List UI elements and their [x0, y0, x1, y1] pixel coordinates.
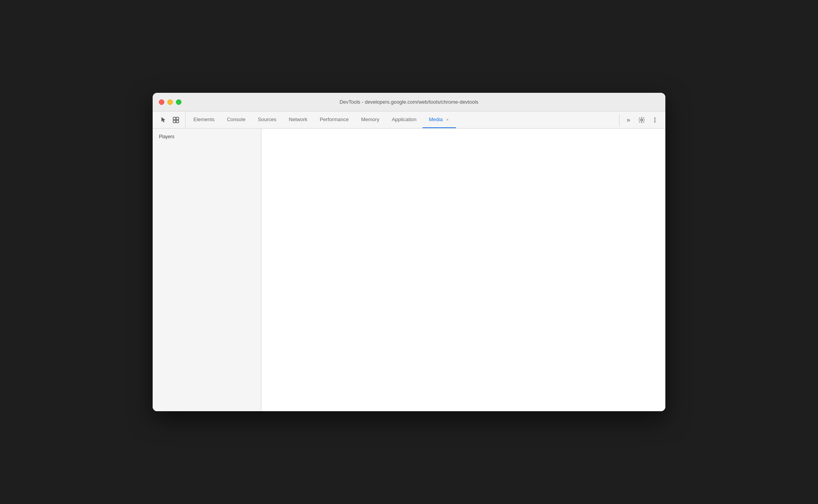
tab-console[interactable]: Console	[221, 111, 252, 128]
settings-button[interactable]	[636, 114, 647, 126]
minimize-button[interactable]	[167, 99, 173, 105]
svg-rect-2	[173, 120, 176, 123]
tabs-container: Elements Console Sources Network Perform…	[187, 111, 619, 128]
more-options-button[interactable]	[649, 114, 661, 126]
more-options-icon	[651, 116, 658, 123]
toolbar: Elements Console Sources Network Perform…	[153, 111, 665, 129]
svg-point-6	[654, 119, 656, 120]
svg-rect-0	[173, 117, 176, 120]
svg-point-5	[654, 117, 656, 118]
close-button[interactable]	[159, 99, 164, 105]
content-area	[261, 129, 665, 411]
tab-application[interactable]: Application	[386, 111, 423, 128]
svg-point-7	[654, 121, 656, 122]
toolbar-icons	[154, 111, 186, 128]
inspect-icon	[172, 116, 179, 123]
maximize-button[interactable]	[176, 99, 181, 105]
svg-rect-3	[176, 120, 179, 123]
cursor-icon	[160, 116, 167, 123]
svg-point-4	[641, 119, 643, 121]
tab-media-close[interactable]: ×	[445, 116, 450, 123]
tab-network[interactable]: Network	[283, 111, 314, 128]
tab-media[interactable]: Media ×	[423, 111, 456, 128]
inspect-element-button[interactable]	[170, 114, 182, 126]
devtools-window: DevTools - developers.google.com/web/too…	[153, 93, 665, 411]
main-content: Players	[153, 129, 665, 411]
toolbar-right: »	[619, 114, 664, 126]
more-tabs-button[interactable]: »	[623, 114, 634, 126]
settings-icon	[638, 116, 645, 123]
devtools-body: Elements Console Sources Network Perform…	[153, 111, 665, 411]
tab-memory[interactable]: Memory	[355, 111, 386, 128]
sidebar: Players	[153, 129, 261, 411]
cursor-icon-button[interactable]	[157, 114, 170, 126]
players-heading: Players	[153, 132, 261, 142]
tab-performance[interactable]: Performance	[313, 111, 355, 128]
tab-sources[interactable]: Sources	[252, 111, 283, 128]
window-title: DevTools - developers.google.com/web/too…	[339, 99, 479, 105]
titlebar: DevTools - developers.google.com/web/too…	[153, 93, 665, 111]
svg-rect-1	[176, 117, 179, 120]
traffic-lights	[159, 99, 181, 105]
tab-elements[interactable]: Elements	[187, 111, 221, 128]
